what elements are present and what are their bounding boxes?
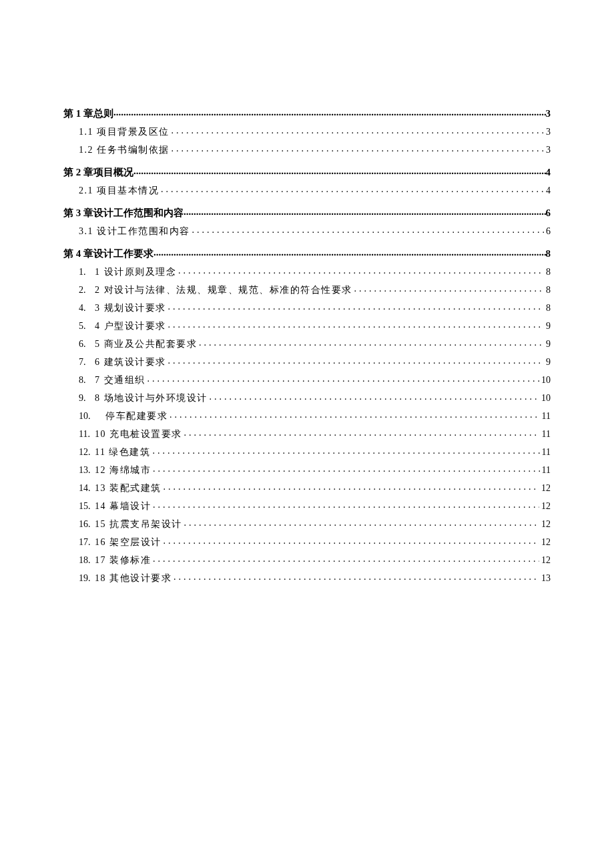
- toc-leader-dots: [178, 266, 544, 275]
- toc-numbered-entry: 9. 8 场地设计与外环境设计 10: [79, 392, 551, 404]
- toc-item-title: 11 绿色建筑: [95, 446, 150, 458]
- toc-sub-entry: 3.1 设计工作范围和内容 6: [79, 225, 551, 238]
- toc-sub-page: 3: [546, 145, 551, 155]
- toc-numbered-entry: 10. 停车配建要求 11: [79, 410, 551, 422]
- toc-chapter-page: 4: [546, 167, 551, 178]
- toc-item-number: 14.: [79, 483, 95, 494]
- toc-chapter-title: 第 2 章项目概况: [63, 166, 133, 179]
- toc-numbered-entry: 14. 13 装配式建筑 12: [79, 482, 551, 494]
- toc-leader-dots: [164, 536, 540, 545]
- toc-leader-dots: [210, 392, 540, 401]
- toc-sub-title: 1.2 任务书编制依据: [79, 144, 170, 156]
- toc-numbered-entry: 15. 14 幕墙设计 12: [79, 500, 551, 512]
- toc-leader-dots: [172, 125, 545, 135]
- toc-item-title: 6 建筑设计要求: [95, 356, 166, 368]
- toc-item-title: 10 充电桩设置要求: [95, 428, 182, 440]
- toc-item-title: 17 装修标准: [95, 554, 151, 566]
- toc-sub-page: 4: [546, 185, 551, 196]
- toc-numbered-entry: 12. 11 绿色建筑 11: [79, 446, 551, 458]
- toc-numbered-entry: 18. 17 装修标准 12: [79, 554, 551, 566]
- toc-item-title: 16 架空层设计: [95, 536, 162, 548]
- toc-chapter-page: 3: [546, 108, 551, 119]
- toc-item-number: 13.: [79, 465, 95, 476]
- toc-numbered-entry: 7. 6 建筑设计要求 9: [79, 356, 551, 368]
- toc-leader-dots: [153, 500, 539, 509]
- toc-item-title: 停车配建要求: [105, 410, 168, 422]
- toc-item-title: 12 海绵城市: [95, 464, 151, 476]
- toc-item-number: 15.: [79, 501, 95, 512]
- toc-leader-dots: [168, 320, 545, 329]
- toc-item-page: 10: [541, 375, 551, 386]
- toc-item-page: 12: [541, 483, 551, 494]
- toc-item-page: 11: [542, 429, 551, 440]
- toc-chapter-page: 6: [546, 207, 551, 219]
- toc-sub-title: 1.1 项目背景及区位: [79, 126, 170, 138]
- toc-sub-page: 3: [546, 127, 551, 137]
- toc-leader-dots: [153, 464, 540, 473]
- toc-chapter-title: 第 3 章设计工作范围和内容: [63, 207, 184, 220]
- toc-item-page: 12: [541, 555, 551, 566]
- toc-leader-dots: [153, 554, 539, 563]
- toc-item-page: 9: [546, 339, 551, 350]
- toc-leader-dots: [154, 247, 546, 257]
- toc-leader-dots: [170, 410, 540, 419]
- toc-leader-dots: [168, 302, 545, 311]
- toc-item-number: 11.: [79, 429, 95, 440]
- toc-item-title: 4 户型设计要求: [95, 320, 166, 332]
- toc-item-page: 12: [541, 519, 551, 530]
- toc-chapter: 第 1 章总则 3: [63, 107, 551, 120]
- toc-chapter: 第 3 章设计工作范围和内容 6: [63, 206, 551, 220]
- toc-item-title: 3 规划设计要求: [95, 302, 166, 314]
- toc-leader-dots: [133, 165, 546, 175]
- toc-numbered-entry: 5. 4 户型设计要求 9: [79, 320, 551, 332]
- toc-numbered-entry: 6. 5 商业及公共配套要求 9: [79, 338, 551, 350]
- toc-sub-page: 6: [546, 226, 551, 237]
- toc-item-page: 11: [542, 447, 551, 458]
- toc-leader-dots: [174, 572, 539, 581]
- toc-item-page: 13: [541, 573, 551, 584]
- toc-item-page: 12: [541, 501, 551, 512]
- toc-item-page: 9: [546, 321, 551, 332]
- toc-item-title: 7 交通组织: [95, 374, 145, 386]
- toc-sub-title: 3.1 设计工作范围和内容: [79, 226, 190, 238]
- toc-item-page: 11: [542, 465, 551, 476]
- toc-item-number: 1.: [79, 267, 95, 278]
- toc-item-title: 15 抗震支吊架设计: [95, 518, 182, 530]
- toc-numbered-entry: 11. 10 充电桩设置要求 11: [79, 428, 551, 440]
- toc-leader-dots: [172, 143, 545, 153]
- toc-item-number: 7.: [79, 357, 95, 368]
- toc-numbered-entry: 13. 12 海绵城市 11: [79, 464, 551, 476]
- toc-sub-entry: 1.2 任务书编制依据 3: [79, 143, 551, 156]
- toc-chapter: 第 2 章项目概况 4: [63, 165, 551, 179]
- toc-numbered-entry: 16. 15 抗震支吊架设计 12: [79, 518, 551, 530]
- toc-item-number: 8.: [79, 375, 95, 386]
- toc-sub-title: 2.1 项目基本情况: [79, 185, 159, 197]
- toc-numbered-entry: 19. 18 其他设计要求 13: [79, 572, 551, 584]
- toc-chapter-page: 8: [546, 248, 551, 260]
- toc-numbered-entry: 8. 7 交通组织 10: [79, 374, 551, 386]
- toc-item-number: 2.: [79, 285, 95, 296]
- toc-item-title: 13 装配式建筑: [95, 482, 162, 494]
- toc-item-number: 12.: [79, 447, 95, 458]
- toc-leader-dots: [184, 428, 540, 437]
- toc-leader-dots: [184, 518, 540, 527]
- toc-leader-dots: [192, 225, 545, 234]
- toc-leader-dots: [161, 184, 544, 193]
- toc-item-title: 1 设计原则及理念: [95, 266, 176, 278]
- toc-item-number: 9.: [79, 393, 95, 404]
- toc-chapter: 第 4 章设计工作要求 8: [63, 247, 551, 260]
- toc-leader-dots: [152, 446, 539, 455]
- toc-leader-dots: [147, 374, 540, 383]
- toc-item-page: 11: [542, 411, 551, 422]
- toc-item-number: 10.: [79, 411, 105, 422]
- toc-item-title: 5 商业及公共配套要求: [95, 338, 197, 350]
- toc-item-page: 8: [546, 303, 551, 314]
- toc-leader-dots: [354, 284, 545, 293]
- toc-chapter-title: 第 1 章总则: [63, 107, 113, 120]
- toc-item-title: 18 其他设计要求: [95, 572, 172, 584]
- toc-item-number: 16.: [79, 519, 95, 530]
- toc-sub-entry: 1.1 项目背景及区位 3: [79, 125, 551, 138]
- toc-leader-dots: [113, 107, 546, 117]
- toc-chapter-title: 第 4 章设计工作要求: [63, 248, 154, 260]
- toc-item-page: 8: [546, 285, 551, 296]
